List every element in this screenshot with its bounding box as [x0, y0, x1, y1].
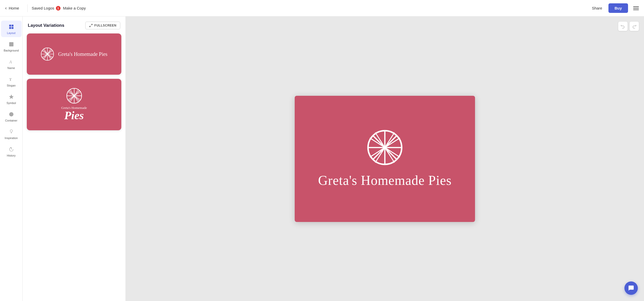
- undo-icon: [621, 24, 625, 29]
- share-button[interactable]: Share: [592, 6, 602, 10]
- main-layout: Layout Background A Name T: [0, 16, 644, 301]
- card-stacked-text: Greta's Homemade Pies: [61, 106, 87, 121]
- main-brand-text: Greta's Homemade Pies: [318, 173, 452, 188]
- layout-panel: Layout Variations FULLSCREEN: [23, 16, 126, 301]
- make-copy-label: Make a Copy: [63, 6, 86, 10]
- saved-logos-link[interactable]: Saved Logos 1: [32, 6, 61, 11]
- sidebar-item-layout[interactable]: Layout: [1, 21, 22, 37]
- fullscreen-icon: [89, 24, 93, 27]
- redo-button[interactable]: [630, 22, 639, 31]
- name-icon: A: [8, 58, 15, 65]
- top-navigation: ‹ Home Saved Logos 1 Make a Copy Share B…: [0, 0, 644, 16]
- svg-text:A: A: [9, 59, 12, 64]
- name-label: Name: [7, 66, 15, 70]
- chat-bubble-button[interactable]: [624, 281, 638, 295]
- layout-card-horizontal[interactable]: Greta's Homemade Pies: [27, 33, 121, 75]
- svg-point-8: [9, 112, 13, 117]
- card-brand-text-1: Greta's Homemade Pies: [58, 51, 107, 57]
- sidebar-item-background[interactable]: Background: [1, 38, 22, 55]
- symbol-icon: [8, 93, 15, 100]
- saved-logos-label: Saved Logos: [32, 6, 54, 10]
- canvas-area: Greta's Homemade Pies: [126, 16, 644, 301]
- svg-rect-4: [9, 42, 13, 47]
- history-icon: [8, 146, 15, 153]
- chat-icon: [628, 285, 634, 291]
- svg-marker-7: [9, 94, 13, 99]
- inspiration-icon: [8, 128, 15, 135]
- svg-rect-1: [11, 25, 13, 27]
- chevron-left-icon: ‹: [5, 5, 7, 11]
- main-logo-canvas[interactable]: Greta's Homemade Pies: [295, 96, 475, 222]
- layout-icon: [8, 23, 15, 30]
- card-brand-highlight: Pies: [61, 110, 87, 121]
- svg-point-9: [10, 130, 12, 132]
- slogan-label: Slogan: [7, 84, 15, 87]
- main-pie-icon: [367, 130, 403, 166]
- container-icon: [8, 111, 15, 118]
- pie-logo-small-1: [41, 47, 54, 61]
- slogan-icon: T: [8, 76, 15, 83]
- notification-badge: 1: [56, 6, 61, 11]
- redo-icon: [632, 24, 637, 29]
- sidebar-item-symbol[interactable]: Symbol: [1, 91, 22, 107]
- symbol-label: Symbol: [6, 101, 16, 105]
- canvas-controls: [618, 22, 639, 31]
- undo-button[interactable]: [618, 22, 628, 31]
- sidebar-item-name[interactable]: A Name: [1, 56, 22, 72]
- panel-header: Layout Variations FULLSCREEN: [23, 16, 125, 33]
- layout-card-horizontal-preview: Greta's Homemade Pies: [27, 33, 121, 75]
- container-label: Container: [5, 119, 18, 122]
- history-label: History: [7, 154, 15, 157]
- fullscreen-button[interactable]: FULLSCREEN: [85, 22, 120, 29]
- sidebar-item-history[interactable]: History: [1, 143, 22, 160]
- background-label: Background: [4, 49, 19, 52]
- sidebar: Layout Background A Name T: [0, 16, 23, 301]
- buy-button[interactable]: Buy: [608, 3, 628, 13]
- pie-logo-small-2: [66, 88, 82, 104]
- panel-title: Layout Variations: [28, 23, 64, 28]
- svg-rect-3: [11, 27, 13, 29]
- sidebar-item-inspiration[interactable]: Inspiration: [1, 126, 22, 142]
- layout-cards-list: Greta's Homemade Pies: [23, 33, 125, 134]
- layout-card-stacked-preview: Greta's Homemade Pies: [27, 79, 121, 130]
- svg-text:T: T: [9, 78, 12, 82]
- home-label: Home: [9, 6, 19, 10]
- svg-rect-2: [9, 27, 11, 29]
- layout-label: Layout: [7, 31, 15, 35]
- sidebar-item-slogan[interactable]: T Slogan: [1, 73, 22, 90]
- layout-card-stacked[interactable]: Greta's Homemade Pies: [27, 79, 121, 130]
- background-icon: [8, 41, 15, 48]
- sidebar-item-container[interactable]: Container: [1, 108, 22, 125]
- home-link[interactable]: ‹ Home: [5, 5, 23, 11]
- menu-button[interactable]: [633, 6, 639, 10]
- inspiration-label: Inspiration: [5, 136, 18, 140]
- svg-rect-0: [9, 25, 11, 27]
- nav-divider: [27, 4, 28, 12]
